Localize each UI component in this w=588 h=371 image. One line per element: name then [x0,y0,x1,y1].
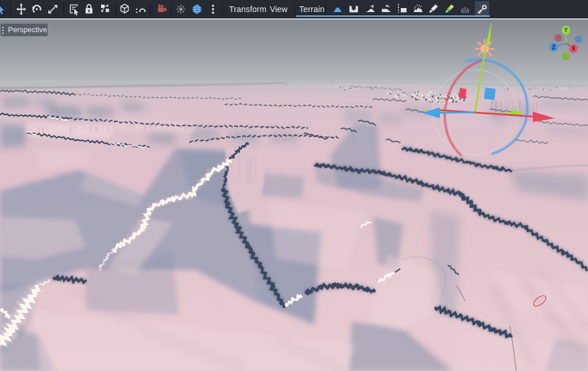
svg-text:X: X [572,45,576,52]
svg-text:Y: Y [564,27,568,33]
svg-text:Z: Z [552,44,555,51]
